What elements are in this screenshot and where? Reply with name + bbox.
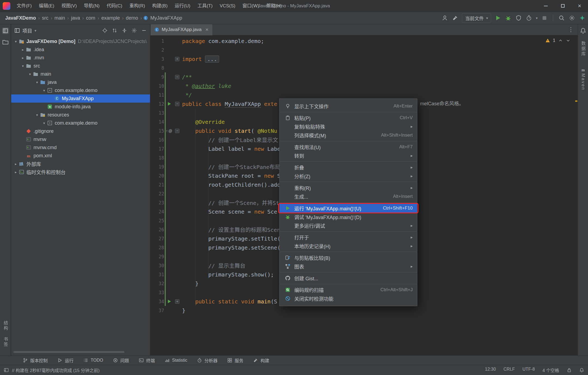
run-gutter-icon[interactable] xyxy=(167,102,171,106)
project-tool-stripe-icon[interactable] xyxy=(2,27,9,34)
run-gutter-icon[interactable] xyxy=(167,299,171,304)
context-menu-item[interactable]: 重构(R)▸ xyxy=(280,183,417,192)
context-menu-item[interactable]: 图表▸ xyxy=(280,262,417,271)
hammer-icon[interactable] xyxy=(452,14,459,21)
notifications-icon[interactable] xyxy=(579,368,584,373)
inspections-widget[interactable]: 1 xyxy=(545,38,571,43)
tree-expanded-icon[interactable]: ▾ xyxy=(34,80,40,84)
menubar-item[interactable]: 重构(R) xyxy=(126,0,149,12)
project-tree-item[interactable]: ▾com.example.demo xyxy=(11,86,150,94)
context-menu-item[interactable]: 生成...Alt+Insert xyxy=(280,192,417,201)
menubar-item[interactable]: 构建(B) xyxy=(149,0,171,12)
fold-collapse-icon[interactable]: − xyxy=(175,102,179,106)
write-access-lock-icon[interactable] xyxy=(567,368,572,373)
editor-tab[interactable]: C MyJavaFXApp.java × xyxy=(151,24,212,35)
horizontal-scrollbar[interactable] xyxy=(13,351,124,353)
tool-window-button[interactable]: 版本控制 xyxy=(23,357,48,364)
context-menu-item[interactable]: 关闭实时检测功能 xyxy=(280,294,417,303)
annotation-gutter-icon[interactable]: @ xyxy=(168,129,172,133)
status-widget[interactable]: 4 个空格 xyxy=(543,367,559,373)
fold-marker[interactable]: + xyxy=(174,57,180,61)
fold-expand-icon[interactable]: + xyxy=(175,299,179,304)
context-menu-item[interactable]: 编码规约扫描Ctrl+Alt+Shift+J xyxy=(280,285,417,294)
breadcrumb-item[interactable]: demo xyxy=(125,15,139,21)
tree-collapsed-icon[interactable]: ▸ xyxy=(13,170,19,174)
context-menu-item[interactable]: 复制/粘贴特殊▸ xyxy=(280,122,417,131)
tool-window-button[interactable]: 终端 xyxy=(139,357,155,364)
debug-icon[interactable] xyxy=(505,14,512,21)
context-menu-item[interactable]: 列选择模式(M)Alt+Shift+Insert xyxy=(280,131,417,140)
overrides-gutter-icon[interactable]: ↑ xyxy=(166,129,168,133)
tool-window-stripe-button[interactable]: 书签 xyxy=(2,337,9,347)
coverage-icon[interactable] xyxy=(515,14,522,21)
breadcrumb-item[interactable]: com xyxy=(85,15,96,21)
tree-expanded-icon[interactable]: ▾ xyxy=(13,39,19,44)
menubar-item[interactable]: 导航(N) xyxy=(80,0,103,12)
hide-icon[interactable] xyxy=(141,28,147,33)
maven-tool-stripe-button[interactable]: Maven xyxy=(581,73,586,91)
run-icon[interactable] xyxy=(494,14,501,21)
editor-scrollbar[interactable] xyxy=(575,36,578,355)
context-menu-item[interactable]: 打开于▸ xyxy=(280,233,417,242)
menubar-item[interactable]: 视图(V) xyxy=(58,0,80,12)
chevron-down-icon[interactable]: ▾ xyxy=(536,16,538,20)
context-menu-item[interactable]: 折叠▸ xyxy=(280,163,417,172)
fold-expand-icon[interactable]: + xyxy=(175,57,179,61)
stop-icon[interactable] xyxy=(541,14,548,21)
project-tree-item[interactable]: mmodule-info.java xyxy=(11,103,150,111)
menubar-item[interactable]: 代码(C) xyxy=(103,0,126,12)
context-menu-item[interactable]: 本地历史记录(H)▸ xyxy=(280,242,417,250)
tool-window-stripe-button[interactable]: 结构 xyxy=(2,321,9,331)
menubar-item[interactable]: 工具(T) xyxy=(194,0,216,12)
menubar-item[interactable]: 运行(U) xyxy=(171,0,194,12)
project-tree-item[interactable]: CMyJavaFXApp xyxy=(11,94,150,103)
menubar-item[interactable]: 文件(F) xyxy=(13,0,35,12)
fold-collapse-icon[interactable]: − xyxy=(175,129,179,133)
project-tree-item[interactable]: ▸.idea xyxy=(11,45,150,54)
project-tree-item[interactable]: mpom.xml xyxy=(11,152,150,160)
next-problem-icon[interactable] xyxy=(566,38,571,43)
status-widget[interactable]: UTF-8 xyxy=(522,367,535,373)
tool-window-button[interactable]: Statistic xyxy=(165,358,187,363)
settings-icon[interactable] xyxy=(568,14,575,21)
context-menu-item[interactable]: 显示上下文操作Alt+Enter xyxy=(280,102,417,110)
breadcrumb-item[interactable]: MyJavaFXApp xyxy=(149,15,183,21)
prev-problem-icon[interactable] xyxy=(558,38,563,43)
maximize-button[interactable] xyxy=(554,0,571,12)
breadcrumb-item[interactable]: main xyxy=(54,15,66,21)
tool-window-button[interactable]: 分析器 xyxy=(197,357,218,364)
project-tree-item[interactable]: ▾JavaFXDemo [Demo]D:\IDEAProjects\JCNCPr… xyxy=(11,37,150,45)
menubar-item[interactable]: 编辑(E) xyxy=(35,0,58,12)
minimize-button[interactable] xyxy=(537,0,554,12)
close-button[interactable]: × xyxy=(571,0,588,12)
tree-collapsed-icon[interactable]: ▸ xyxy=(20,48,26,52)
fold-marker[interactable]: − xyxy=(174,102,180,106)
tool-window-button[interactable]: TODO xyxy=(83,358,103,363)
context-menu-item[interactable]: 分析(Z)▸ xyxy=(280,172,417,180)
settings-icon[interactable] xyxy=(131,28,137,33)
commit-tool-stripe-icon[interactable] xyxy=(2,39,9,45)
breadcrumb-item[interactable]: JavaFXDemo xyxy=(4,15,37,21)
run-configuration-selector[interactable]: 当前文件▾ xyxy=(462,13,491,23)
tree-expanded-icon[interactable]: ▾ xyxy=(41,88,47,93)
context-menu-item[interactable]: 创建 Gist... xyxy=(280,274,417,282)
warning-stripe-mark[interactable] xyxy=(575,100,577,102)
context-menu-item[interactable]: 粘贴(P)Ctrl+V xyxy=(280,113,417,122)
ai-icon[interactable] xyxy=(579,14,586,21)
tab-options-icon[interactable]: ⋮ xyxy=(568,26,574,33)
tool-window-button[interactable]: 运行 xyxy=(57,357,74,364)
fold-collapse-icon[interactable]: − xyxy=(175,75,179,79)
project-view-dropdown-icon[interactable]: ▾ xyxy=(35,29,36,33)
project-tree-item[interactable]: ▸临时文件和控制台 xyxy=(11,168,150,176)
context-menu-item[interactable]: 转到▸ xyxy=(280,151,417,160)
status-widget[interactable]: 12:30 xyxy=(485,367,496,373)
project-tree-item[interactable]: ▸外部库 xyxy=(11,160,150,168)
tree-expanded-icon[interactable]: ▾ xyxy=(41,121,47,125)
project-tree-item[interactable]: ▸.mvn xyxy=(11,54,150,62)
context-menu-item[interactable]: 调试 'MyJavaFXApp.main()'(D) xyxy=(280,213,417,221)
project-tree-item[interactable]: ▾java xyxy=(11,78,150,86)
project-tree-item[interactable]: ▾src xyxy=(11,62,150,70)
breadcrumb-item[interactable]: java xyxy=(70,15,81,21)
context-menu-item[interactable]: 更多运行/调试▸ xyxy=(280,221,417,230)
tool-window-layout-icon[interactable] xyxy=(4,368,9,373)
